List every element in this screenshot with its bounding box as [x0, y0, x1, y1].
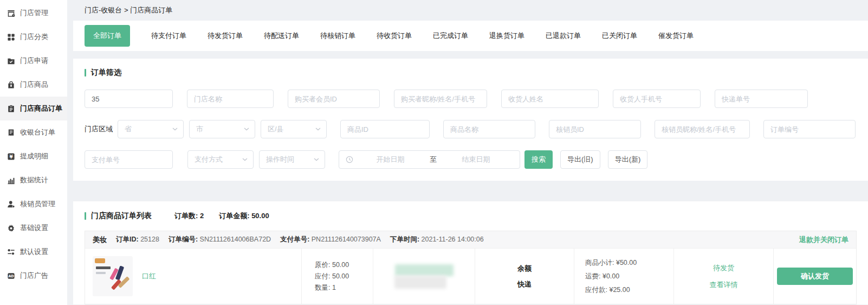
- receiver-name-input[interactable]: [501, 90, 599, 108]
- sidebar-item-label: 基础设置: [20, 223, 48, 233]
- order-product-row: 口红 原价: 50.00 应付: 50.00 数量: 1 余额 快递 商品小计:…: [85, 248, 856, 304]
- sidebar-item-store-product-orders[interactable]: 门店商品订单: [0, 97, 67, 120]
- product-name-link[interactable]: 口红: [142, 271, 156, 281]
- sidebar-item-label: 门店商品: [20, 80, 48, 90]
- store-id-input[interactable]: [85, 90, 173, 108]
- buyer-info-input[interactable]: [394, 90, 487, 108]
- store-icon: [7, 9, 15, 17]
- totals-column: 商品小计: ¥50.00 运费: ¥0.00 应付款: ¥25.00: [574, 249, 674, 304]
- chevron-down-icon: [314, 158, 319, 161]
- product-image: [93, 256, 133, 296]
- export-old-button[interactable]: 导出(旧): [560, 150, 600, 169]
- sidebar-item-basic-settings[interactable]: 基础设置: [0, 216, 67, 240]
- order-count: 订单数: 2: [174, 211, 204, 221]
- tab-all-orders[interactable]: 全部订单: [85, 25, 130, 47]
- start-date-placeholder[interactable]: 开始日期: [353, 155, 427, 164]
- sidebar-item-store-ads[interactable]: AD 门店广告: [0, 264, 67, 288]
- breadcrumb: 门店-收银台 > 门店商品订单: [73, 0, 868, 21]
- pay-type-select[interactable]: 支付方式: [187, 150, 254, 169]
- sidebar-item-commission-detail[interactable]: ¥ 提成明细: [0, 144, 67, 168]
- tab-pending-payment[interactable]: 待支付订单: [151, 31, 186, 41]
- express-no-input[interactable]: [715, 90, 808, 108]
- sidebar-item-default-settings[interactable]: 默认设置: [0, 240, 67, 264]
- buyer-member-id-input[interactable]: [288, 90, 380, 108]
- clerk-info-input[interactable]: [655, 120, 750, 138]
- section-accent-bar: [85, 212, 86, 220]
- sidebar-item-label: 门店商品订单: [20, 104, 62, 113]
- gear-icon: [7, 224, 15, 232]
- sidebar-item-store-application[interactable]: 门店申请: [0, 49, 67, 73]
- sidebar-item-label: 门店管理: [20, 8, 48, 18]
- order-list-title: 门店商品订单列表: [85, 211, 152, 221]
- operation-time-select[interactable]: 操作时间: [259, 150, 325, 169]
- city-select[interactable]: 市: [189, 120, 255, 138]
- sidebar-item-store-product[interactable]: 门店商品: [0, 73, 67, 97]
- refund-close-order-link[interactable]: 退款并关闭订单: [799, 235, 848, 245]
- status-badge: 待发货: [713, 263, 734, 273]
- amount-due: 应付款: ¥25.00: [585, 283, 630, 297]
- product-name-input[interactable]: [443, 120, 535, 138]
- freight: 运费: ¥0.00: [585, 270, 619, 283]
- statistics-chart-icon: [7, 176, 15, 185]
- tab-pending-verification[interactable]: 待核销订单: [320, 31, 355, 41]
- order-tabs: 全部订单 待支付订单 待发货订单 待配送订单 待核销订单 待收货订单 已完成订单…: [73, 21, 868, 51]
- province-select[interactable]: 省: [118, 120, 184, 138]
- end-date-placeholder[interactable]: 结束日期: [439, 155, 513, 164]
- ad-icon: AD: [7, 272, 15, 280]
- sidebar-item-label: 提成明细: [20, 151, 48, 161]
- clock-icon: [346, 156, 353, 163]
- application-folder-check-icon: [7, 57, 15, 65]
- sidebar-item-label: 门店申请: [20, 56, 48, 66]
- sidebar-item-clerk-manage[interactable]: 核销员管理: [0, 192, 67, 216]
- buyer-info-column: [373, 249, 475, 304]
- district-select[interactable]: 区/县: [261, 120, 327, 138]
- sidebar-item-label: 门店分类: [20, 32, 48, 42]
- clerk-id-input[interactable]: [549, 120, 641, 138]
- tab-refunded[interactable]: 已退款订单: [546, 31, 581, 41]
- date-to-label: 至: [427, 155, 439, 164]
- buyer-redacted-block: [394, 276, 446, 289]
- product-price-column: 原价: 50.00 应付: 50.00 数量: 1: [302, 249, 373, 304]
- order-id: 订单ID: 25128: [116, 235, 159, 244]
- sidebar-item-cashier-orders[interactable]: 收银台订单: [0, 120, 67, 144]
- tab-urge-shipment[interactable]: 催发货订单: [658, 31, 694, 41]
- tab-pending-delivery[interactable]: 待配送订单: [264, 31, 299, 41]
- confirm-shipment-button[interactable]: 确认发货: [777, 268, 853, 285]
- status-column: 待发货 查看详情: [674, 249, 774, 304]
- svg-text:AD: AD: [8, 274, 14, 278]
- tab-pending-receipt[interactable]: 待收货订单: [377, 31, 412, 41]
- payable-price: 应付: 50.00: [315, 271, 349, 282]
- chevron-down-icon: [244, 128, 249, 131]
- region-label: 门店区域: [85, 124, 113, 134]
- tab-completed[interactable]: 已完成订单: [433, 31, 468, 41]
- subtotal: 商品小计: ¥50.00: [585, 256, 637, 270]
- store-name-input[interactable]: [187, 90, 274, 108]
- tab-closed[interactable]: 已关闭订单: [602, 31, 637, 41]
- filter-section-title: 订单筛选: [85, 68, 857, 78]
- order-sn: 订单编号: SN21112614006BA72D: [169, 235, 271, 244]
- receiver-phone-input[interactable]: [613, 90, 701, 108]
- order-no-input[interactable]: [763, 120, 856, 138]
- search-button[interactable]: 搜索: [524, 150, 553, 169]
- tab-return-exchange[interactable]: 退换货订单: [489, 31, 524, 41]
- pay-method: 余额: [517, 264, 532, 274]
- order-amount: 订单金额: 50.00: [219, 211, 269, 221]
- tab-pending-shipment[interactable]: 待发货订单: [208, 31, 243, 41]
- export-new-button[interactable]: 导出(新): [608, 150, 648, 169]
- product-id-input[interactable]: [340, 120, 430, 138]
- delivery-method: 快递: [517, 279, 532, 289]
- date-range-picker[interactable]: 开始日期 至 结束日期: [339, 150, 520, 169]
- buyer-redacted-block: [395, 264, 454, 276]
- chevron-down-icon: [242, 158, 248, 161]
- pay-no-input[interactable]: [85, 150, 173, 169]
- commission-yen-icon: ¥: [7, 152, 15, 161]
- product-bag-icon: [7, 81, 15, 89]
- sidebar: 门店管理 门店分类 门店申请 门店商品 门店商品订单 收银台订单 ¥ 提成明细 …: [0, 0, 67, 305]
- chevron-down-icon: [172, 128, 178, 131]
- sidebar-item-store-category[interactable]: 门店分类: [0, 25, 67, 49]
- sidebar-item-store-manage[interactable]: 门店管理: [0, 1, 67, 25]
- view-detail-link[interactable]: 查看详情: [710, 280, 738, 290]
- sidebar-item-data-statistics[interactable]: 数据统计: [0, 168, 67, 192]
- default-settings-sliders-icon: [7, 248, 15, 256]
- cashier-order-receipt-icon: [7, 129, 15, 137]
